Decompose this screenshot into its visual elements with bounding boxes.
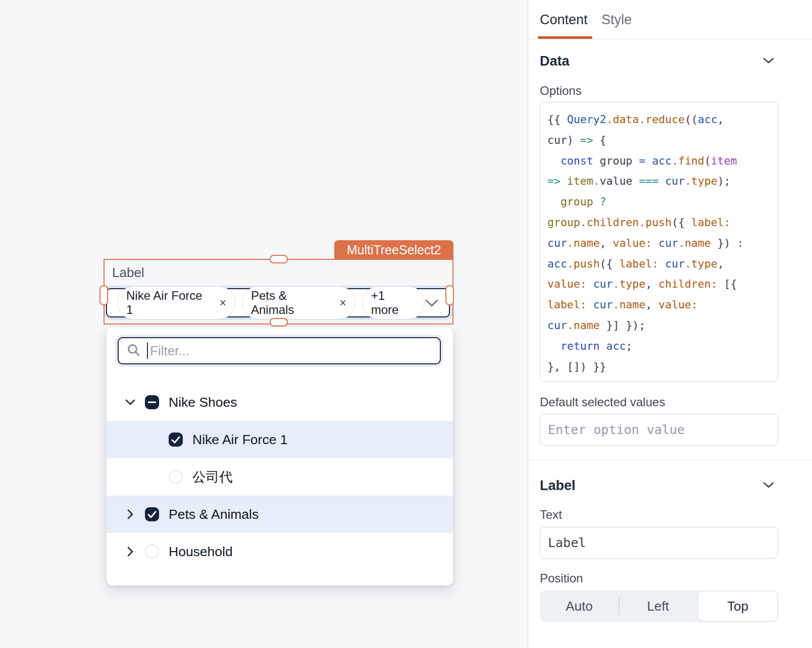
code-line: group ? — [547, 192, 778, 212]
checkbox-unchecked[interactable] — [145, 545, 159, 559]
divider — [528, 460, 812, 460]
text-label: Text — [540, 508, 562, 522]
position-option-label: Top — [727, 599, 748, 614]
position-label: Position — [540, 571, 583, 585]
code-line: cur) => { — [547, 130, 778, 151]
resize-handle-bottom[interactable] — [270, 318, 288, 327]
code-line: label: cur.name, value: — [547, 295, 778, 315]
label-text-input[interactable] — [540, 527, 778, 559]
selected-tag-label: Pets & Animals — [251, 289, 332, 317]
position-segmented-control: AutoLeftTop — [540, 590, 778, 622]
tree-option-label: Pets & Animals — [169, 507, 259, 522]
options-code-editor[interactable]: {{ Query2.data.reduce((acc,cur) => { con… — [540, 102, 778, 382]
option-tree: Nike ShoesNike Air Force 1公司代Pets & Anim… — [107, 384, 453, 570]
tree-option-label: 公司代 — [192, 468, 233, 486]
tree-option-label: Nike Air Force 1 — [192, 432, 288, 448]
tree-option-parent[interactable]: Pets & Animals — [107, 496, 453, 533]
code-line: return acc; — [547, 336, 778, 357]
collapse-data-chevron-icon[interactable] — [763, 57, 775, 66]
selected-tag[interactable]: Nike Air Force 1× — [117, 286, 235, 319]
divider — [528, 39, 812, 39]
position-option-top[interactable]: Top — [698, 591, 778, 621]
code-line: cur.name }] }); — [547, 315, 778, 336]
checkbox-checked[interactable] — [145, 507, 159, 521]
tree-option-child[interactable]: 公司代 — [107, 458, 453, 496]
collapse-label-chevron-icon[interactable] — [763, 481, 775, 491]
selected-tag[interactable]: +1 more — [362, 286, 425, 319]
selected-tag[interactable]: Pets & Animals× — [242, 286, 356, 319]
code-line: group.children.push({ label: — [547, 212, 778, 233]
position-option-left[interactable]: Left — [619, 590, 697, 622]
selected-tag-label: Nike Air Force 1 — [126, 289, 212, 317]
component-name-tag[interactable]: MultiTreeSelect2 — [334, 240, 453, 259]
tree-option-label: Nike Shoes — [169, 395, 237, 410]
selected-tags: Nike Air Force 1×Pets & Animals×+1 more — [117, 286, 425, 319]
chevron-right-icon[interactable] — [124, 546, 137, 557]
code-line: => item.value === cur.type); — [547, 171, 778, 192]
component-label: Label — [112, 265, 144, 281]
inspector-panel: Content Style Data Options {{ Query2.dat… — [528, 0, 812, 648]
tree-option-label: Household — [169, 544, 233, 560]
default-values-label: Default selected values — [540, 395, 665, 409]
remove-tag-icon[interactable]: × — [339, 297, 346, 309]
tab-content[interactable]: Content — [540, 12, 588, 28]
tab-style[interactable]: Style — [601, 12, 632, 28]
filter-box[interactable] — [118, 337, 441, 364]
chevron-down-icon[interactable] — [425, 299, 439, 307]
default-values-input[interactable] — [540, 414, 778, 446]
search-icon — [127, 343, 140, 359]
selected-tag-label: +1 more — [371, 289, 416, 317]
section-title-data: Data — [540, 53, 570, 69]
code-line: value: cur.type, children: [{ — [547, 274, 778, 295]
multiselect-input[interactable]: Nike Air Force 1×Pets & Animals×+1 more — [106, 288, 450, 317]
code-line: }, []) }} — [547, 357, 778, 377]
resize-handle-right[interactable] — [445, 285, 454, 305]
tree-option-child[interactable]: Nike Air Force 1 — [107, 421, 453, 458]
remove-tag-icon[interactable]: × — [220, 297, 226, 309]
tree-option-parent[interactable]: Household — [107, 533, 453, 570]
multiselect-dropdown: Nike ShoesNike Air Force 1公司代Pets & Anim… — [107, 327, 453, 585]
code-line: const group = acc.find(item — [547, 151, 778, 172]
position-option-label: Auto — [566, 599, 593, 614]
tree-option-parent[interactable]: Nike Shoes — [107, 384, 453, 421]
code-line: {{ Query2.data.reduce((acc, — [547, 110, 778, 130]
app-canvas: MultiTreeSelect2 Label Nike Air Force 1×… — [0, 0, 812, 648]
code-line: acc.push({ label: cur.type, — [547, 254, 778, 275]
checkbox-indeterminate[interactable] — [145, 395, 159, 409]
position-option-auto[interactable]: Auto — [540, 590, 619, 622]
segment-divider — [619, 598, 620, 615]
filter-input[interactable] — [150, 343, 432, 359]
position-option-label: Left — [647, 599, 669, 614]
checkbox-unchecked[interactable] — [169, 470, 183, 484]
options-label: Options — [540, 84, 582, 98]
resize-handle-left[interactable] — [99, 285, 108, 305]
text-cursor — [147, 343, 148, 359]
resize-handle-top[interactable] — [270, 255, 288, 263]
checkbox-checked[interactable] — [169, 433, 183, 447]
code-line: cur.name, value: cur.name }) : — [547, 233, 778, 254]
chevron-down-icon[interactable] — [124, 397, 137, 408]
chevron-right-icon[interactable] — [124, 509, 137, 520]
section-title-label: Label — [540, 478, 576, 494]
